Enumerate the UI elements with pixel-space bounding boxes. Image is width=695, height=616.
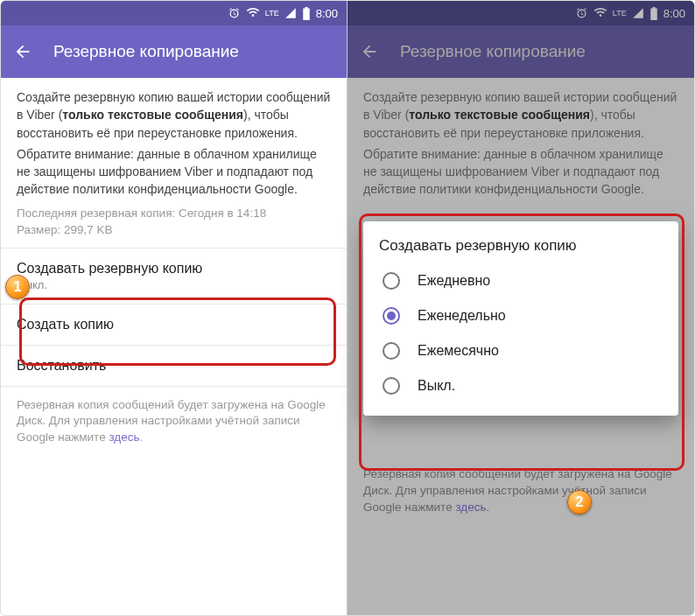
restore-title: Восстановить xyxy=(17,358,331,374)
intro-section: Создайте резервную копию вашей истории с… xyxy=(1,78,347,248)
dialog-title: Создавать резервную копию xyxy=(379,237,670,255)
schedule-dialog: Создавать резервную копию Ежедневно Ежен… xyxy=(363,221,678,416)
callout-badge-1: 1 xyxy=(5,275,30,299)
radio-icon xyxy=(383,272,400,290)
option-label: Ежедневно xyxy=(418,273,490,289)
intro-text-2: Обратите внимание: данные в облачном хра… xyxy=(17,145,331,199)
option-off[interactable]: Выкл. xyxy=(379,368,670,403)
radio-icon xyxy=(383,307,400,325)
option-weekly[interactable]: Еженедельно xyxy=(379,298,670,333)
backup-now-item[interactable]: Создать копию xyxy=(1,304,347,346)
footer-note: Резервная копия сообщений будет загружен… xyxy=(1,387,347,458)
status-icons: LTE 8:00 xyxy=(228,6,338,20)
phone-left: LTE 8:00 Резервное копирование Создайте … xyxy=(1,1,348,615)
status-bar: LTE 8:00 xyxy=(1,1,347,25)
content-area: Создайте резервную копию вашей истории с… xyxy=(1,78,347,615)
schedule-value: Выкл. xyxy=(17,278,331,291)
schedule-backup-item[interactable]: Создавать резервную копию Выкл. xyxy=(1,248,347,304)
alarm-icon xyxy=(228,7,241,20)
option-monthly[interactable]: Ежемесячно xyxy=(379,333,670,368)
radio-icon xyxy=(383,377,400,395)
back-arrow-icon[interactable] xyxy=(13,42,32,61)
signal-icon xyxy=(284,7,297,19)
option-label: Еженедельно xyxy=(418,308,506,324)
option-daily[interactable]: Ежедневно xyxy=(379,263,670,298)
option-label: Выкл. xyxy=(418,378,455,394)
lte-label: LTE xyxy=(265,10,279,18)
last-backup-text: Последняя резервная копия: Сегодня в 14:… xyxy=(17,206,331,222)
clock-label: 8:00 xyxy=(316,7,338,20)
option-label: Ежемесячно xyxy=(418,343,499,359)
wifi-icon xyxy=(246,6,260,20)
google-settings-link[interactable]: здесь xyxy=(109,430,139,444)
battery-icon xyxy=(302,7,311,20)
backup-now-title: Создать копию xyxy=(17,317,331,332)
phone-right: LTE 8:00 Резервное копирование Создайте … xyxy=(348,1,694,615)
callout-badge-2: 2 xyxy=(567,490,592,514)
screenshot-pair: LTE 8:00 Резервное копирование Создайте … xyxy=(0,0,695,616)
restore-item[interactable]: Восстановить xyxy=(1,346,347,387)
schedule-title: Создавать резервную копию xyxy=(17,261,331,276)
backup-size-text: Размер: 299,7 KB xyxy=(17,222,331,239)
page-title: Резервное копирование xyxy=(53,42,239,61)
app-bar: Резервное копирование xyxy=(1,25,347,78)
intro-text-1: Создайте резервную копию вашей истории с… xyxy=(17,88,331,142)
radio-icon xyxy=(383,342,400,360)
